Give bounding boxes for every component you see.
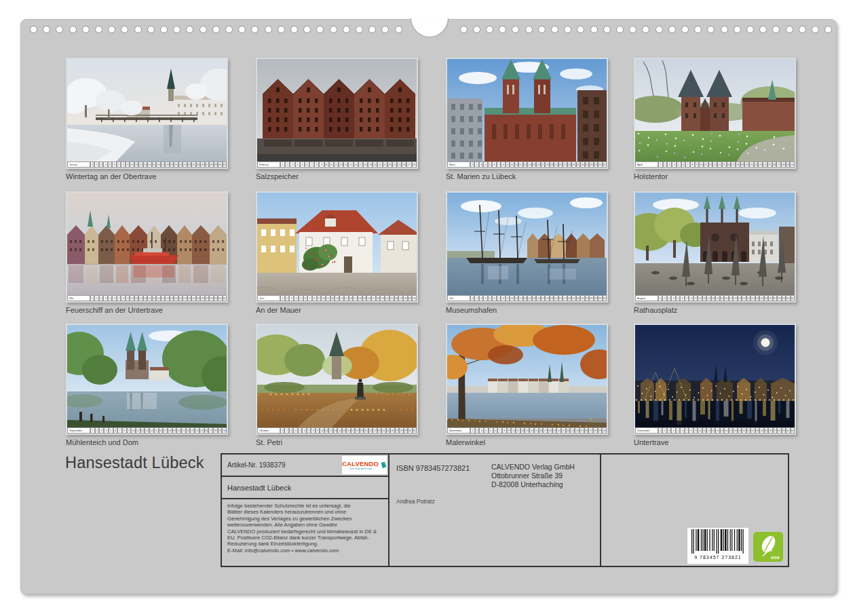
day-cell: 31 xyxy=(223,161,227,168)
day-cell: 27 xyxy=(398,295,403,301)
binding-hole xyxy=(812,26,819,33)
info-column-middle: ISBN 9783457273821 CALVENDO Verlag GmbH … xyxy=(390,455,601,566)
day-cell: 27 xyxy=(406,161,411,168)
day-cell: 16 xyxy=(349,295,354,301)
day-cell: 25 xyxy=(390,295,394,301)
day-cell: 20 xyxy=(366,295,371,301)
binding-hole xyxy=(473,26,480,33)
thumbnail-caption: An der Mauer xyxy=(256,306,418,314)
info-column-right: 9 783457 273821 eco xyxy=(601,455,788,566)
binding-hole xyxy=(486,26,493,33)
day-cell: 2 xyxy=(285,295,290,301)
day-cell: 30 xyxy=(222,427,227,434)
day-cell: 17 xyxy=(543,427,548,434)
day-cell: 6 xyxy=(493,427,498,434)
day-cell: 21 xyxy=(377,161,382,168)
day-cell: 22 xyxy=(566,427,571,434)
day-cell: 22 xyxy=(186,427,191,434)
month-label: Dezember xyxy=(635,427,658,434)
thumbnail-caption: St. Marien zu Lübeck xyxy=(446,172,608,180)
day-cell: 23 xyxy=(190,427,195,434)
calendar-thumbnail-muehlenteich: September 123456789101112131415161718192… xyxy=(66,324,228,446)
binding-hole xyxy=(656,26,663,33)
publisher-info-table: Artikel-Nr. 1938379 CALVENDO Dein Kalend… xyxy=(221,453,789,567)
binding-hole xyxy=(642,26,649,33)
binding-hole xyxy=(330,26,337,33)
day-cell: 5 xyxy=(489,427,493,434)
day-cell: 6 xyxy=(681,161,686,168)
day-cell: 4 xyxy=(672,161,677,168)
binding-hole xyxy=(799,26,806,33)
day-cell: 26 xyxy=(772,161,777,168)
barcode-digits: 9 783457 273821 xyxy=(694,554,742,560)
thumbnail-photo: Februar 12345678910111213141516171819202… xyxy=(256,58,418,169)
thumbnail-caption: Wintertag an der Obertrave xyxy=(66,172,228,180)
day-cell: 20 xyxy=(744,161,749,168)
day-cell: 22 xyxy=(754,161,759,168)
calendar-thumbnail-winter-obertrave: Januar 123456789101112131415161718192021… xyxy=(66,58,228,180)
binding-hole xyxy=(30,26,37,33)
binding-hole xyxy=(603,26,611,33)
thumbnail-caption: Mühlenteich und Dom xyxy=(66,438,228,446)
binding-hole xyxy=(721,26,728,33)
day-cell: 30 xyxy=(412,295,417,301)
day-cell: 12 xyxy=(520,427,525,434)
day-cell: 15 xyxy=(534,427,539,434)
day-cell: 8 xyxy=(122,427,127,434)
article-number: Artikel-Nr. 1938379 xyxy=(222,461,286,469)
binding-hole xyxy=(577,26,584,33)
day-cell: 28 xyxy=(403,295,408,301)
day-cell: 16 xyxy=(727,161,732,168)
day-cells: 1234567891011121314151617181920212223242… xyxy=(280,295,417,301)
month-label: Februar xyxy=(257,161,280,168)
binding-hole xyxy=(121,26,128,33)
thumbnail-caption: St. Petri xyxy=(256,438,418,446)
binding-hole xyxy=(460,26,468,33)
day-cell: 28 xyxy=(593,427,598,434)
day-cell: 25 xyxy=(580,427,584,434)
binding-hole xyxy=(499,26,506,33)
binding-hole xyxy=(629,26,636,33)
calendar-thumbnail-museumshafen: Juli 12345678910111213141516171819202122… xyxy=(446,191,608,314)
thumbnail-photo: Juli 12345678910111213141516171819202122… xyxy=(446,191,608,303)
day-cell: 14 xyxy=(717,161,722,168)
mini-calendar-strip: Februar 12345678910111213141516171819202… xyxy=(257,161,417,168)
mini-calendar-strip: September 123456789101112131415161718192… xyxy=(67,427,227,434)
binding-hole xyxy=(343,26,350,33)
calvendo-logo-tagline: Dein Kalenderverlag xyxy=(342,467,379,470)
day-cell: 12 xyxy=(334,161,339,168)
thumbnail-caption: Malerwinkel xyxy=(446,438,608,446)
day-cells: 1234567891011121314151617181920212223242… xyxy=(658,295,795,301)
day-cell: 28 xyxy=(213,427,218,434)
day-cell: 4 xyxy=(295,161,300,168)
day-cell: 9 xyxy=(317,295,322,301)
day-cell: 30 xyxy=(790,161,795,168)
day-cell: 3 xyxy=(479,427,484,434)
day-cell: 28 xyxy=(412,161,417,168)
thumbnail-caption: Museumshafen xyxy=(446,306,608,314)
mini-calendar-strip: Oktober 12345678910111213141516171819202… xyxy=(257,427,417,434)
day-cell: 22 xyxy=(376,295,381,301)
day-cell: 7 xyxy=(497,427,502,434)
day-cell: 29 xyxy=(598,427,603,434)
day-cell: 19 xyxy=(368,161,373,168)
day-cell: 21 xyxy=(749,161,754,168)
day-cells: 1234567891011121314151617181920212223242… xyxy=(90,161,227,168)
month-label: Juni xyxy=(257,295,280,301)
binding-hole xyxy=(381,26,389,33)
day-cell: 11 xyxy=(516,427,520,434)
calendar-thumbnail-st-marien: März 12345678910111213141516171819202122… xyxy=(446,58,608,180)
day-cell: 4 xyxy=(484,427,489,434)
binding-hole xyxy=(681,26,689,33)
day-cell: 22 xyxy=(383,161,387,168)
day-cell: 13 xyxy=(145,427,149,434)
day-cell: 5 xyxy=(299,295,303,301)
day-cell: 11 xyxy=(326,295,330,301)
binding-hole xyxy=(200,26,207,33)
day-cell: 21 xyxy=(561,427,566,434)
day-cell: 6 xyxy=(305,161,309,168)
calendar-thumbnail-rathausplatz: August 123456789101112131415161718192021… xyxy=(634,191,796,314)
thumbnail-photo: Juni 12345678910111213141516171819202122… xyxy=(256,191,418,303)
day-cell: 5 xyxy=(677,161,681,168)
day-cell: 14 xyxy=(529,427,534,434)
